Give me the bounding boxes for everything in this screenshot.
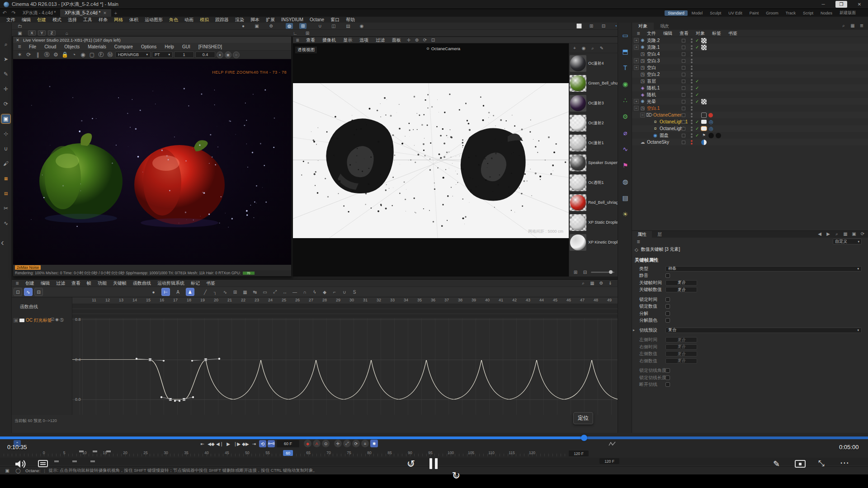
material-item[interactable]: Oc漫射4 xyxy=(569,53,618,73)
motion-mode-button[interactable]: ⊟ xyxy=(34,288,43,296)
search-tool[interactable]: ⌕ xyxy=(1,40,10,49)
layout-tab-nodes[interactable]: Nodes xyxy=(817,10,835,16)
black-tag-icon[interactable] xyxy=(716,133,721,138)
hamburger-icon[interactable]: ≡ xyxy=(293,36,302,44)
scale-tool[interactable]: ▣ xyxy=(1,114,10,123)
pick-icon[interactable]: ◉ xyxy=(79,51,87,59)
checkbox-icon[interactable]: ☑ xyxy=(51,317,54,323)
document-tab-1[interactable]: XP水滴 - 4.c4d * xyxy=(18,9,60,17)
lightrect-tag-icon[interactable] xyxy=(701,120,707,124)
minimize-button[interactable]: ─ xyxy=(817,1,829,8)
fc-menu-查看[interactable]: 查看 xyxy=(69,280,83,286)
settings-icon[interactable]: ⚙ xyxy=(52,51,60,59)
filter-icon[interactable]: ▦ xyxy=(849,23,856,28)
material-swatch[interactable] xyxy=(570,214,586,231)
record-pla-toggle[interactable]: ✱ xyxy=(370,440,378,447)
om-menu-书签[interactable]: 书签 xyxy=(725,30,741,37)
checker-tag-icon[interactable] xyxy=(701,99,707,104)
m-circle-icon[interactable]: Ⓜ xyxy=(106,51,114,59)
material-item[interactable]: Oc漫射2 xyxy=(569,113,618,133)
material-swatch[interactable] xyxy=(570,155,586,171)
kernel-dropdown[interactable]: PT▾ xyxy=(152,52,173,58)
visibility-dots[interactable] xyxy=(691,38,693,43)
visibility-dots[interactable] xyxy=(691,120,693,124)
tree-item[interactable]: ◈随机✓ xyxy=(632,91,868,98)
menu-14[interactable]: 渲染 xyxy=(232,17,247,23)
menu-10[interactable]: 角色 xyxy=(166,17,181,23)
om-menu-对象[interactable]: 对象 xyxy=(693,30,708,37)
video-progress-knob[interactable] xyxy=(581,435,587,441)
cube-icon[interactable]: ⬒ xyxy=(620,46,631,57)
material-item[interactable]: Oc漫射3 xyxy=(569,93,618,113)
visibility-dots[interactable] xyxy=(691,66,693,70)
ease-icon[interactable]: S xyxy=(351,289,358,295)
layer-checkbox[interactable] xyxy=(682,52,685,56)
folder-icon[interactable]: 🗀 xyxy=(16,23,24,29)
record-position-toggle[interactable]: ✛ xyxy=(334,440,342,447)
fc-menu-创建[interactable]: 创建 xyxy=(23,280,37,286)
fc-menu-书签[interactable]: 书签 xyxy=(203,280,218,286)
record-key-button[interactable]: ◆ xyxy=(304,440,311,447)
lv-menu-options[interactable]: Options xyxy=(138,44,160,49)
expander-icon[interactable]: ⊞ xyxy=(14,318,18,323)
document-tab-2[interactable]: XP水滴_5-2.c4d *✕ xyxy=(60,9,111,17)
layer-checkbox[interactable] xyxy=(682,134,685,137)
tree-item[interactable]: ◉圆盘✓⚑ xyxy=(632,132,868,139)
layout-large-icon[interactable]: ⊟ xyxy=(581,269,589,275)
sky-tag-icon[interactable] xyxy=(701,140,707,145)
knife-tool[interactable]: ✂ xyxy=(1,204,10,213)
close-tab-icon[interactable]: ✕ xyxy=(103,11,107,15)
layer-checkbox[interactable] xyxy=(682,141,685,144)
vp-menu-过滤[interactable]: 过滤 xyxy=(373,37,388,43)
camera-film-icon[interactable]: ▤ xyxy=(344,23,352,29)
lv-menu-cloud[interactable]: Cloud xyxy=(41,44,59,49)
record-tag-icon[interactable] xyxy=(708,113,713,117)
video-progress-bar[interactable] xyxy=(0,436,868,439)
region-icon[interactable]: Ⓡ xyxy=(43,51,51,59)
tree-item[interactable]: ☁OctaneSky xyxy=(632,139,868,145)
layer-checkbox[interactable] xyxy=(682,113,685,117)
fc-menu-函数曲线[interactable]: 函数曲线 xyxy=(130,280,154,286)
gear-green-icon[interactable]: ⚙ xyxy=(620,111,631,122)
layer-checkbox[interactable] xyxy=(682,59,685,63)
import-icon[interactable]: ⇓ xyxy=(607,280,614,286)
preview-icon[interactable]: ◉ xyxy=(580,45,587,51)
expander-icon[interactable]: − xyxy=(634,106,639,111)
hamburger-icon[interactable]: ≡ xyxy=(13,279,22,287)
curve-graph[interactable]: 0.80.40.0 xyxy=(72,304,618,415)
attribute-value-button[interactable]: 复合 xyxy=(665,351,697,357)
end-frame-field[interactable]: 120 F xyxy=(569,450,589,456)
autokey-button[interactable]: A xyxy=(313,440,321,447)
axis-tool[interactable]: ⊹ xyxy=(1,129,10,138)
fc-menu-编辑[interactable]: 编辑 xyxy=(38,280,52,286)
lv-menu-materials[interactable]: Materials xyxy=(85,44,109,49)
timeline-playhead[interactable]: 60 xyxy=(283,450,293,456)
menu-20[interactable]: 帮助 xyxy=(343,17,358,23)
target-tag-icon[interactable]: ◎ xyxy=(708,119,714,125)
screenshot-icon[interactable] xyxy=(795,460,806,468)
close-button[interactable]: ✕ xyxy=(854,1,865,8)
visibility-dots[interactable] xyxy=(691,72,693,77)
grid-snap-icon[interactable]: ⊞ xyxy=(299,23,307,29)
layer-checkbox[interactable] xyxy=(682,93,685,97)
render-settings-icon[interactable]: ⚙ xyxy=(268,23,275,29)
tree-item[interactable]: +❋光晕✓ xyxy=(632,98,868,105)
vp-menu-面板[interactable]: 面板 xyxy=(389,37,404,43)
star-icon[interactable]: ✶ xyxy=(16,51,24,59)
expander-icon[interactable]: + xyxy=(634,99,639,104)
visibility-dots[interactable] xyxy=(691,79,693,84)
attribute-value-button[interactable]: 复合 xyxy=(665,358,697,364)
tab-attributes[interactable]: 属性 xyxy=(632,231,652,238)
volume-icon[interactable] xyxy=(14,459,26,469)
render-circle-button[interactable]: ● xyxy=(217,52,223,58)
solo-icon[interactable]: Ⓢ xyxy=(60,317,64,323)
om-menu-查看[interactable]: 查看 xyxy=(676,30,692,37)
lv-menu-gui[interactable]: GUI xyxy=(179,44,193,49)
visibility-dots[interactable] xyxy=(691,99,693,104)
visibility-dots[interactable] xyxy=(691,133,693,138)
fc-menu-标记[interactable]: 标记 xyxy=(188,280,203,286)
menu-3[interactable]: 模式 xyxy=(50,17,64,23)
tab-takes[interactable]: 场次 xyxy=(654,23,675,30)
attribute-value-button[interactable]: 复合 xyxy=(665,287,697,292)
layout-tab-sculpt[interactable]: Sculpt xyxy=(707,10,724,16)
